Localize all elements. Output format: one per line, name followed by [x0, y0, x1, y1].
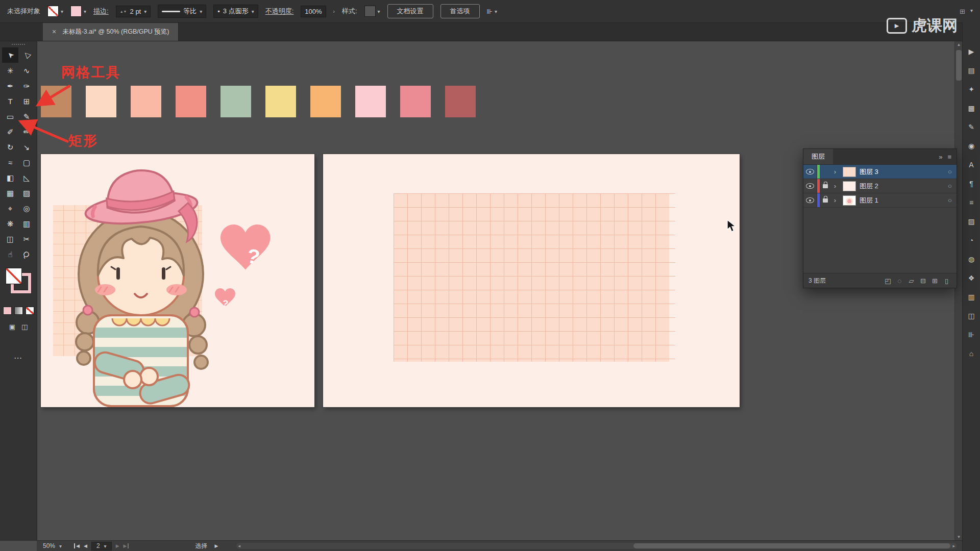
perspective-grid-tool[interactable]: ◺	[18, 170, 35, 185]
stepper-arrows-icon[interactable]: ▲▼	[120, 10, 127, 13]
mesh-grid-object[interactable]	[394, 193, 669, 362]
scroll-down-icon[interactable]: ▼	[955, 535, 963, 539]
fill-color-control[interactable]: ▾	[47, 6, 63, 17]
pen-tool[interactable]: ✒	[2, 78, 18, 93]
swatch-brown[interactable]	[41, 86, 71, 117]
swatch-rose[interactable]	[400, 86, 431, 117]
gradient-panel-icon[interactable]: ▨	[963, 212, 980, 231]
color-panel-icon[interactable]: ▤	[963, 61, 980, 80]
rotate-tool[interactable]: ↻	[2, 139, 18, 155]
collect-for-export-icon[interactable]: ◰	[883, 277, 893, 285]
scale-tool[interactable]: ↘	[18, 139, 35, 155]
layer-target-icon[interactable]: ○	[943, 196, 957, 204]
next-artboard-button[interactable]: ▶	[116, 543, 119, 548]
swatches-panel-icon[interactable]: ▩	[963, 98, 980, 117]
artboard-2[interactable]	[323, 154, 740, 407]
color-mode-button[interactable]	[3, 307, 12, 315]
width-profile-dropdown[interactable]: 等比 ▾	[158, 5, 206, 18]
layer-row[interactable]: ›图层 2○	[803, 179, 957, 193]
blend-tool[interactable]: ◎	[18, 201, 35, 216]
chevron-down-icon[interactable]: ▾	[970, 8, 973, 15]
new-layer-icon[interactable]: ⊞	[930, 277, 940, 285]
color-guide-panel-icon[interactable]: ✦	[963, 80, 980, 98]
visibility-eye-icon[interactable]	[803, 165, 817, 179]
stroke-width-input[interactable]: ▲▼ 2 pt ▾	[116, 6, 151, 17]
hand-tool[interactable]: ☝	[2, 246, 18, 262]
artboard-1[interactable]: ? ?	[41, 154, 314, 407]
zoom-tool[interactable]: Q	[18, 246, 35, 262]
gradient-mode-button[interactable]	[14, 307, 23, 315]
panel-drag-handle[interactable]	[12, 44, 25, 45]
layer-name[interactable]: 图层 2	[860, 182, 943, 191]
swatch-salmon[interactable]	[176, 86, 206, 117]
symbol-sprayer-tool[interactable]: ❋	[2, 216, 18, 231]
layer-row[interactable]: ›图层 1○	[803, 193, 957, 208]
slice-tool[interactable]: ✂	[18, 231, 35, 246]
layer-name[interactable]: 图层 1	[860, 196, 943, 205]
style-dropdown[interactable]: ▾	[364, 6, 380, 17]
graphic-styles-panel-icon[interactable]: ❖	[963, 268, 980, 287]
scroll-up-icon[interactable]: ▲	[955, 42, 963, 47]
swatch-sage-green[interactable]	[220, 86, 251, 117]
last-artboard-button[interactable]: ▶	[124, 543, 129, 548]
expand-layer-icon[interactable]: ›	[831, 168, 839, 176]
document-tab[interactable]: × 未标题-3.ai* @ 50% (RGB/GPU 预览)	[43, 22, 179, 41]
type-panel-icon[interactable]: A	[963, 155, 980, 174]
lock-icon[interactable]	[820, 184, 831, 188]
locate-object-icon[interactable]: ◌	[895, 277, 904, 285]
swatch-yellow[interactable]	[265, 86, 296, 117]
fill-swatch-icon[interactable]	[6, 268, 22, 284]
visibility-eye-icon[interactable]	[803, 179, 817, 193]
transparency-panel-icon[interactable]: ◔	[963, 231, 980, 249]
draw-mode-icon[interactable]: ▣	[9, 323, 15, 331]
swatch-maroon[interactable]	[445, 86, 476, 117]
eyedropper-tool[interactable]: ⌖	[2, 201, 18, 216]
horizontal-scrollbar[interactable]: ◂ ▸	[236, 543, 957, 549]
shaper-tool[interactable]: ✐	[2, 124, 18, 139]
paintbrush-tool[interactable]: ✎	[18, 109, 35, 124]
swatch-light-pink[interactable]	[355, 86, 386, 117]
curvature-tool[interactable]: ✑	[18, 78, 35, 93]
panel-menu-icon[interactable]: ≡	[947, 153, 951, 161]
expand-layer-icon[interactable]: ›	[831, 196, 839, 204]
stroke-color-control[interactable]: ▾	[70, 6, 86, 17]
vertical-scrollbar[interactable]: ▲ ▼	[954, 41, 963, 541]
shape-builder-tool[interactable]: ◧	[2, 170, 18, 185]
collapse-panel-icon[interactable]: »	[939, 153, 942, 161]
opacity-more-icon[interactable]: ›	[333, 9, 335, 14]
swatch-light-peach[interactable]	[86, 86, 116, 117]
paragraph-panel-icon[interactable]: ¶	[963, 174, 980, 193]
layer-target-icon[interactable]: ○	[943, 182, 957, 190]
gradient-tool[interactable]: ▨	[18, 185, 35, 201]
delete-layer-icon[interactable]: ▯	[942, 277, 951, 285]
previous-artboard-button[interactable]: ◀	[84, 543, 87, 548]
fill-stroke-control[interactable]	[5, 267, 32, 294]
scroll-left-icon[interactable]: ◂	[238, 543, 240, 549]
zoom-level-control[interactable]: 50% ▾	[43, 542, 62, 549]
none-mode-button[interactable]	[26, 307, 34, 315]
horizontal-scroll-thumb[interactable]	[633, 543, 950, 548]
canvas-area[interactable]: ? ?	[37, 41, 963, 541]
libraries-panel-icon[interactable]: ⌂	[963, 344, 980, 363]
status-play-icon[interactable]: ▶	[214, 543, 218, 548]
opacity-input[interactable]: 100%	[301, 6, 326, 17]
expand-panels-icon[interactable]: ▶	[963, 42, 980, 61]
scroll-right-icon[interactable]: ▸	[952, 543, 955, 549]
rectangle-tool[interactable]: ▭	[2, 109, 18, 124]
swatch-orange[interactable]	[310, 86, 341, 117]
layer-target-icon[interactable]: ○	[943, 168, 957, 176]
brushes-panel-icon[interactable]: ✎	[963, 117, 980, 136]
layer-thumbnail[interactable]	[843, 181, 856, 191]
workspace-switcher-icon[interactable]: ⊞	[960, 8, 965, 15]
type-tool[interactable]: T	[2, 93, 18, 109]
selection-tool[interactable]: ➤	[2, 47, 18, 63]
appearance-panel-icon[interactable]: ◍	[963, 249, 980, 268]
visibility-eye-icon[interactable]	[803, 193, 817, 207]
mesh-tool[interactable]: ⊞	[18, 93, 35, 109]
stroke-panel-icon[interactable]: ≡	[963, 193, 980, 212]
layer-thumbnail[interactable]	[843, 195, 856, 206]
opacity-label[interactable]: 不透明度:	[265, 7, 294, 16]
layer-row[interactable]: ›图层 3○	[803, 165, 957, 179]
swatch-peach[interactable]	[131, 86, 161, 117]
brush-definition-dropdown[interactable]: • 3 点圆形 ▾	[213, 5, 258, 18]
